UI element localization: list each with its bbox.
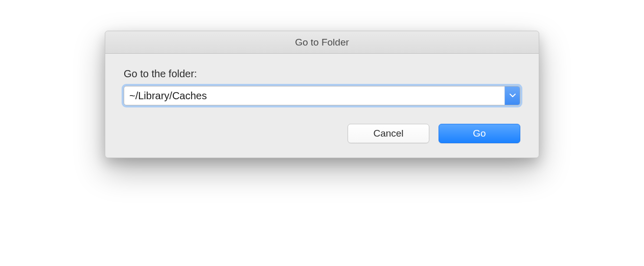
dropdown-toggle[interactable]: [504, 86, 520, 105]
button-row: Cancel Go: [124, 124, 520, 143]
dialog-content: Go to the folder: Cancel Go: [105, 54, 539, 158]
path-combobox[interactable]: [124, 86, 520, 105]
go-to-folder-dialog: Go to Folder Go to the folder: Cancel Go: [105, 31, 539, 158]
titlebar: Go to Folder: [105, 31, 539, 54]
go-button[interactable]: Go: [439, 124, 520, 143]
cancel-button[interactable]: Cancel: [348, 124, 429, 143]
prompt-label: Go to the folder:: [124, 68, 520, 80]
dialog-title: Go to Folder: [295, 37, 349, 48]
chevron-down-icon: [510, 94, 516, 98]
path-input[interactable]: [124, 86, 504, 105]
